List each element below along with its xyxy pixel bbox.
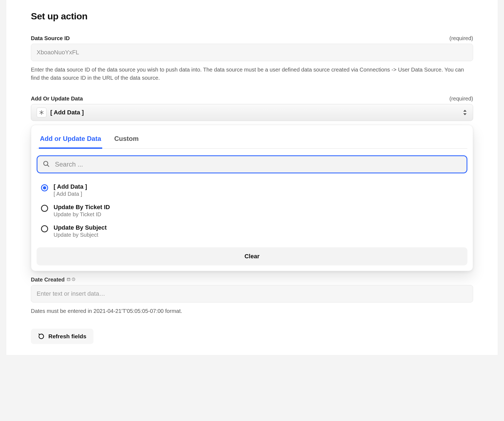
option-subtitle: [ Add Data ] <box>54 191 87 197</box>
field-add-or-update: Add Or Update Data (required) [ Add Data… <box>31 96 473 271</box>
date-created-help: Dates must be entered in 2021-04-21'T'05… <box>31 307 473 315</box>
option-update-by-subject[interactable]: Update By Subject Update by Subject <box>39 221 465 241</box>
radio-unselected-icon <box>41 225 48 232</box>
date-created-label: Date Created <box>31 277 65 283</box>
asterisk-icon <box>37 108 46 117</box>
dropdown-search-input[interactable] <box>37 155 467 173</box>
radio-selected-icon <box>41 184 48 191</box>
data-source-id-help: Enter the data source ID of the data sou… <box>31 66 473 82</box>
option-subtitle: Update by Subject <box>54 232 107 238</box>
field-data-source-id: Data Source ID (required) Enter the data… <box>31 35 473 82</box>
chevron-sort-icon <box>462 109 467 116</box>
refresh-icon <box>38 333 45 340</box>
date-created-input[interactable] <box>31 285 473 303</box>
dropdown-tabs: Add or Update Data Custom <box>37 132 467 149</box>
option-title: [ Add Data ] <box>54 183 87 190</box>
option-add-data[interactable]: [ Add Data ] [ Add Data ] <box>39 180 465 200</box>
dropdown-option-list: [ Add Data ] [ Add Data ] Update By Tick… <box>37 178 467 244</box>
add-or-update-label: Add Or Update Data <box>31 96 83 102</box>
field-date-created: Date Created <box>31 277 473 315</box>
refresh-fields-label: Refresh fields <box>48 333 86 340</box>
add-or-update-dropdown: Add or Update Data Custom <box>31 125 473 271</box>
tab-add-or-update[interactable]: Add or Update Data <box>39 132 102 149</box>
option-update-by-ticket-id[interactable]: Update By Ticket ID Update by Ticket ID <box>39 200 465 221</box>
add-or-update-required: (required) <box>449 96 473 102</box>
add-or-update-selected-value: [ Add Data ] <box>50 109 84 116</box>
option-subtitle: Update by Ticket ID <box>54 211 110 218</box>
form-card: Set up action Data Source ID (required) … <box>6 0 498 355</box>
data-source-id-input[interactable] <box>31 44 473 61</box>
option-title: Update By Subject <box>54 224 107 231</box>
search-icon <box>43 160 50 168</box>
add-or-update-select[interactable]: [ Add Data ] <box>31 104 473 121</box>
svg-line-11 <box>74 279 74 280</box>
clear-button[interactable]: Clear <box>37 247 467 265</box>
radio-unselected-icon <box>41 205 48 212</box>
data-source-id-required: (required) <box>449 35 473 41</box>
data-source-id-label: Data Source ID <box>31 35 70 41</box>
calendar-icon <box>67 277 71 282</box>
option-title: Update By Ticket ID <box>54 204 110 211</box>
page-title: Set up action <box>31 11 473 22</box>
svg-line-4 <box>47 165 49 167</box>
refresh-fields-button[interactable]: Refresh fields <box>31 329 93 344</box>
clock-icon <box>72 277 75 282</box>
svg-rect-5 <box>67 278 70 281</box>
tab-custom[interactable]: Custom <box>113 132 140 149</box>
